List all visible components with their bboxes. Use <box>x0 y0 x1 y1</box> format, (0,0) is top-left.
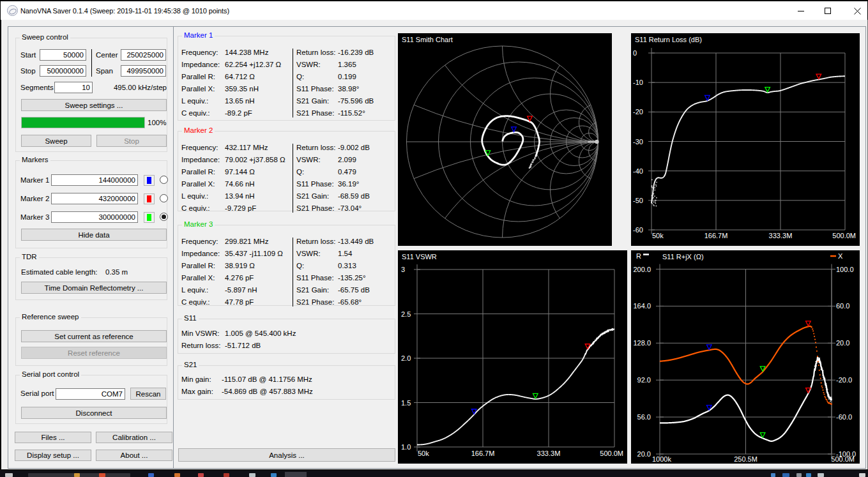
min-vswr-value: 1.005 @ 545.400 kHz <box>225 329 296 337</box>
min-gain-label: Min gain: <box>181 375 211 383</box>
s11-return-loss-value: -51.712 dB <box>225 342 261 349</box>
show-desktop[interactable] <box>859 473 865 477</box>
svg-text:100.0: 100.0 <box>836 266 854 273</box>
marker-3-parallel-r-value: 38.919 Ω <box>225 262 255 269</box>
marker-2-parallel-r-value: 97.144 Ω <box>225 168 255 176</box>
marker-3-q-value: 0.313 <box>338 262 356 269</box>
start-icon[interactable] <box>5 473 13 477</box>
start-label: Start <box>20 51 36 59</box>
marker-3-parallel-r-label: Parallel R: <box>181 262 215 269</box>
svg-text:500.0M: 500.0M <box>831 455 855 463</box>
s21-title: S21 <box>182 361 199 368</box>
marker-2-return-loss-value: -9.002 dB <box>338 144 370 151</box>
app-icon-2-icon[interactable] <box>99 473 105 477</box>
app-icon-6-icon[interactable] <box>224 473 229 477</box>
close-button[interactable] <box>842 1 868 20</box>
svg-text:333.3M: 333.3M <box>537 450 561 457</box>
reference-sweep-title: Reference sweep <box>20 313 81 321</box>
app-icon-4-icon[interactable] <box>174 473 180 477</box>
tray-icon-5-icon[interactable] <box>818 473 824 477</box>
marker-3-label: Marker 3 <box>20 213 49 221</box>
marker-3-frequency-input[interactable]: 300000000 <box>51 211 138 223</box>
app-icon-3-icon[interactable] <box>148 473 154 477</box>
app-icon <box>7 5 18 16</box>
taskbar[interactable] <box>0 471 868 477</box>
active-app[interactable] <box>285 472 307 477</box>
maximize-button[interactable] <box>813 1 842 20</box>
display-setup-button[interactable]: Display setup ... <box>15 450 91 461</box>
tdr-button[interactable]: Time Domain Reflectometry ... <box>21 282 167 294</box>
svg-text:1.5: 1.5 <box>401 399 411 407</box>
marker-1-vswr-label: VSWR: <box>296 61 321 68</box>
analysis-button[interactable]: Analysis ... <box>178 448 395 462</box>
marker-3-color-swatch[interactable] <box>144 212 155 223</box>
svg-text:20.0: 20.0 <box>637 450 651 458</box>
sweep-start-input[interactable]: 50000 <box>40 49 86 61</box>
sidebar-divider <box>173 27 174 468</box>
sweep-span-input[interactable]: 499950000 <box>121 65 166 77</box>
sweep-button[interactable]: Sweep <box>21 135 91 147</box>
marker-1-parallel-x-value: 359.35 nH <box>225 85 259 93</box>
marker-3-panel-divider <box>293 238 293 307</box>
set-reference-button[interactable]: Set current as reference <box>21 330 167 342</box>
app-icon-7-icon[interactable] <box>249 473 255 477</box>
segments-input[interactable]: 10 <box>54 82 93 93</box>
hide-data-button[interactable]: Hide data <box>21 229 167 241</box>
window-title: NanoVNA Saver 0.1.4 (Sweep: 2019-11-01 1… <box>20 7 229 15</box>
min-vswr-label: Min VSWR: <box>181 329 219 337</box>
marker-3-s21-phase-label: S21 Phase: <box>296 298 334 306</box>
marker-1-frequency-input[interactable]: 144000000 <box>51 174 138 186</box>
window-border-left <box>0 20 1 469</box>
marker-3-impedance-value: 35.437 -j11.109 Ω <box>225 250 283 257</box>
marker-1-impedance-label: Impedance: <box>181 61 220 68</box>
sweep-settings-button[interactable]: Sweep settings ... <box>21 99 167 111</box>
s11-smith-chart[interactable]: S11 Smith Chart <box>398 33 612 246</box>
rescan-button[interactable]: Rescan <box>130 388 166 400</box>
s11-rjx-chart[interactable]: 200.0164.0128.092.056.020.0100.060.020.0… <box>631 250 860 464</box>
sweep-stop-input[interactable]: 500000000 <box>40 65 86 77</box>
marker-2-color-swatch[interactable] <box>144 193 155 204</box>
marker-1-q-value: 0.199 <box>338 73 356 80</box>
tray-icon-3-icon[interactable] <box>796 473 802 477</box>
reset-reference-button[interactable]: Reset reference <box>21 347 167 359</box>
sweep-center-input[interactable]: 250025000 <box>121 49 166 61</box>
marker-2-s21-phase-value: -73.04° <box>338 204 362 212</box>
s21-group: S21 Min gain: -115.07 dB @ 41.1756 MHz M… <box>178 365 395 400</box>
marker-2-radio[interactable] <box>160 194 168 202</box>
svg-text:2.0: 2.0 <box>401 354 411 362</box>
marker-1-color-bar <box>147 177 151 184</box>
app-icon-5-icon[interactable] <box>198 473 204 477</box>
svg-text:50k: 50k <box>418 450 429 457</box>
svg-text:166.7M: 166.7M <box>704 232 728 239</box>
marker-2-panel: Marker 2Frequency:432.117 MHzImpedance:7… <box>178 131 395 211</box>
marker-1-radio[interactable] <box>160 176 168 184</box>
serial-port-input[interactable]: COM7 <box>56 388 125 400</box>
svg-text:0: 0 <box>633 49 637 57</box>
calibration-button[interactable]: Calibration ... <box>96 432 172 443</box>
tray-icon-1-icon[interactable] <box>771 473 775 477</box>
app-icon-8-icon[interactable] <box>271 473 277 477</box>
s11-return-loss-chart[interactable]: 0-10-20-30-40-50-6050k166.7M333.3M500.0M… <box>631 33 860 246</box>
marker-2-frequency-input[interactable]: 432000000 <box>51 193 138 204</box>
marker-1-c-equiv-value: -89.2 pF <box>225 109 252 117</box>
close-icon <box>854 8 861 15</box>
tray-icon-2-icon[interactable] <box>782 473 789 477</box>
minimize-button[interactable] <box>786 1 816 20</box>
s11-vswr-chart[interactable]: 32.52.01.51.050k166.7M333.3M500.0MS11 VS… <box>398 250 627 464</box>
marker-1-color-swatch[interactable] <box>144 175 155 186</box>
svg-text:S11 Return Loss (dB): S11 Return Loss (dB) <box>635 36 702 43</box>
disconnect-button[interactable]: Disconnect <box>21 407 167 419</box>
stop-button[interactable]: Stop <box>96 135 167 147</box>
app-icon-1-icon[interactable] <box>74 473 80 477</box>
marker-2-frequency-label: Frequency: <box>181 144 218 151</box>
marker-3-radio[interactable] <box>160 213 168 221</box>
files-button[interactable]: Files ... <box>15 432 91 443</box>
marker-2-panel-title: Marker 2 <box>182 126 215 134</box>
svg-text:166.7M: 166.7M <box>471 450 495 457</box>
tray-icon-4-icon[interactable] <box>806 473 811 477</box>
svg-text:56.0: 56.0 <box>637 413 651 421</box>
tdr-title: TDR <box>20 253 39 261</box>
about-button[interactable]: About ... <box>96 450 172 461</box>
marker-1-s11-phase-label: S11 Phase: <box>296 85 334 93</box>
progress-fill <box>22 117 144 128</box>
